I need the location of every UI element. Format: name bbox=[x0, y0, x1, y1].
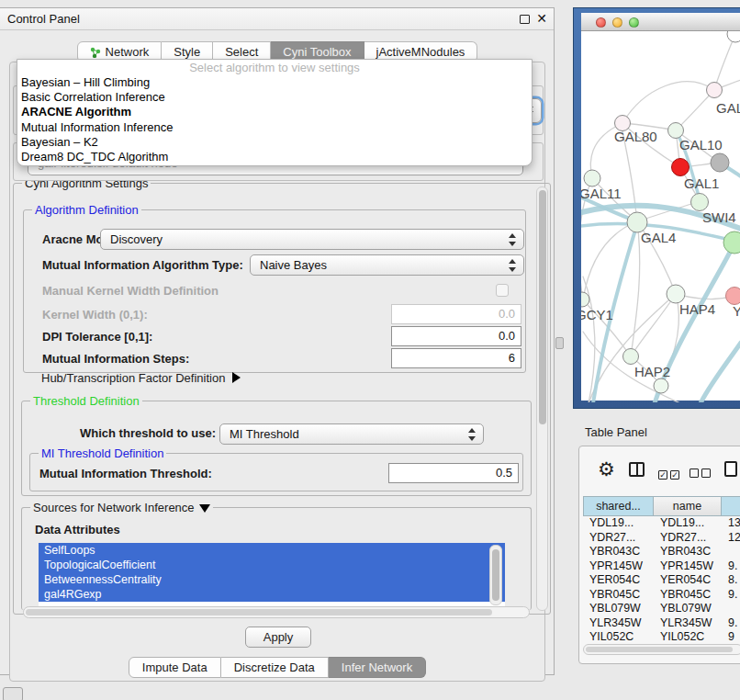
mi-type-label: Mutual Information Algorithm Type: bbox=[42, 258, 243, 272]
node-hap2[interactable] bbox=[623, 349, 639, 365]
table-row[interactable]: YDL19...YDL19...13 bbox=[583, 516, 740, 531]
table-cell: 9. bbox=[722, 616, 740, 631]
sources-title-label: Sources for Network Inference bbox=[33, 501, 195, 514]
algorithm-dropdown-popup: Select algorithm to view settings Bayesi… bbox=[17, 59, 533, 166]
table-cell: YBL079W bbox=[654, 602, 722, 616]
node-gal10[interactable] bbox=[668, 123, 684, 139]
table-cell: YER054C bbox=[654, 573, 722, 588]
table-cell: YDR27... bbox=[583, 531, 654, 546]
network-view-window[interactable]: GAL7GAL80GAL10GAL1GAL11SWI4GAL4GCY1HAP4Y… bbox=[573, 7, 740, 409]
mi-threshold-group: MI Threshold Definition Mutual Informati… bbox=[29, 453, 523, 491]
attribute-item-betweennesscentrality[interactable]: BetweennessCentrality bbox=[39, 572, 505, 587]
tool-panel-toggle-button[interactable] bbox=[3, 687, 23, 700]
float-window-icon[interactable] bbox=[520, 15, 530, 24]
node-y[interactable] bbox=[726, 288, 740, 305]
algorithm-option-aracne-algorithm[interactable]: ARACNE Algorithm bbox=[17, 105, 532, 119]
table-cell: YBR043C bbox=[583, 545, 654, 559]
table-row[interactable]: YPR145WYPR145W9. bbox=[583, 559, 740, 574]
panel-collapse-handle[interactable] bbox=[555, 337, 564, 349]
gear-icon[interactable]: ⚙ bbox=[598, 458, 615, 480]
select-columns-icon[interactable]: ✓✓ bbox=[658, 465, 682, 481]
algorithm-option-bayesian-hill-climbing[interactable]: Bayesian – Hill Climbing bbox=[17, 75, 532, 90]
attribute-item-topologicalcoefficient[interactable]: TopologicalCoefficient bbox=[39, 558, 505, 572]
gray-edge[interactable] bbox=[676, 90, 714, 130]
table-row[interactable]: YBL079WYBL079W bbox=[583, 602, 740, 616]
table-row[interactable]: YIL052CYIL052C9 bbox=[583, 630, 740, 645]
node-unlabeled[interactable] bbox=[723, 231, 740, 254]
gray-edge[interactable] bbox=[714, 34, 735, 90]
algorithm-option-basic-correlation-inference[interactable]: Basic Correlation Inference bbox=[17, 90, 532, 105]
combo-spinner-icon bbox=[509, 259, 517, 272]
node-gal1[interactable] bbox=[672, 159, 690, 176]
node-gcy1[interactable] bbox=[581, 292, 589, 307]
maximize-traffic-light-icon[interactable] bbox=[629, 17, 639, 28]
node-unlabeled[interactable] bbox=[727, 31, 740, 42]
attribute-item-gal4rgexp[interactable]: gal4RGexp bbox=[39, 587, 505, 602]
hub-definition-label: Hub/Transcription Factor Definition bbox=[41, 371, 225, 385]
mi-steps-input[interactable]: 6 bbox=[391, 348, 521, 368]
sources-title[interactable]: Sources for Network Inference bbox=[30, 501, 213, 514]
control-panel-title: Control Panel bbox=[7, 12, 80, 26]
which-threshold-combobox[interactable]: MI Threshold bbox=[219, 423, 484, 445]
close-icon[interactable]: ✕ bbox=[536, 11, 547, 26]
combo-spinner-icon bbox=[468, 428, 477, 441]
column-header-shared[interactable]: shared... bbox=[583, 496, 654, 516]
node-unlabeled[interactable] bbox=[654, 378, 668, 393]
data-attributes-list[interactable]: SelfLoopsTopologicalCoefficientBetweenne… bbox=[39, 543, 505, 607]
attributes-list-scrollbar-thumb[interactable] bbox=[492, 549, 499, 601]
table-horizontal-scrollbar-thumb[interactable] bbox=[586, 647, 733, 652]
column-header-a[interactable]: A bbox=[722, 496, 740, 516]
algorithm-option-dream8-dc-tdc-algorithm[interactable]: Dream8 DC_TDC Algorithm bbox=[17, 150, 532, 164]
columns-icon[interactable] bbox=[629, 462, 645, 477]
tab-discretize-data[interactable]: Discretize Data bbox=[221, 657, 329, 678]
deselect-columns-icon[interactable] bbox=[690, 465, 713, 481]
export-table-icon[interactable] bbox=[724, 461, 737, 477]
network-canvas[interactable]: GAL7GAL80GAL10GAL1GAL11SWI4GAL4GCY1HAP4Y… bbox=[581, 31, 740, 401]
control-panel-window: Control Panel ✕ galFiltered.sif default … bbox=[0, 7, 555, 675]
table-cell: YER054C bbox=[583, 573, 654, 588]
algorithm-option-mutual-information-inference[interactable]: Mutual Information Inference bbox=[17, 120, 532, 135]
table-cell: 13 bbox=[722, 516, 740, 531]
attributes-list-scrollbar[interactable] bbox=[489, 545, 502, 605]
mi-type-combobox[interactable]: Naive Bayes bbox=[250, 254, 524, 276]
settings-vertical-scrollbar-thumb[interactable] bbox=[539, 190, 546, 424]
settings-horizontal-scrollbar-thumb[interactable] bbox=[26, 609, 492, 615]
node-swi4[interactable] bbox=[691, 194, 709, 211]
settings-horizontal-scrollbar[interactable] bbox=[23, 606, 530, 618]
attribute-item-selfloops[interactable]: SelfLoops bbox=[39, 543, 505, 558]
table-row[interactable]: YBR045CYBR045C9. bbox=[583, 588, 740, 603]
cyni-bottom-tabs: Impute DataDiscretize DataInfer Network bbox=[0, 657, 555, 678]
hub-definition-toggle[interactable]: Hub/Transcription Factor Definition bbox=[41, 371, 241, 385]
table-row[interactable]: YDR27...YDR27...12 bbox=[583, 531, 740, 546]
table-horizontal-scrollbar[interactable] bbox=[583, 644, 740, 655]
gray-edge[interactable] bbox=[622, 82, 714, 123]
node-hap4[interactable] bbox=[667, 285, 685, 303]
gray-edge[interactable] bbox=[583, 221, 637, 299]
apply-button[interactable]: Apply bbox=[245, 627, 311, 648]
settings-vertical-scrollbar[interactable] bbox=[536, 186, 548, 611]
node-gal11[interactable] bbox=[584, 170, 600, 186]
node-gal7[interactable] bbox=[707, 83, 723, 98]
tab-infer-network[interactable]: Infer Network bbox=[329, 657, 426, 678]
tab-impute-data[interactable]: Impute Data bbox=[129, 657, 221, 678]
table-row[interactable]: YER054CYER054C8. bbox=[583, 573, 740, 588]
teal-edge[interactable] bbox=[701, 343, 740, 402]
manual-kernel-checkbox[interactable] bbox=[496, 284, 509, 297]
algorithm-option-bayesian-k2[interactable]: Bayesian – K2 bbox=[17, 135, 532, 150]
which-threshold-label: Which threshold to use: bbox=[80, 426, 216, 440]
table-cell: 9. bbox=[722, 559, 740, 574]
column-header-name[interactable]: name bbox=[654, 496, 722, 516]
dpi-tolerance-input[interactable]: 0.0 bbox=[391, 326, 521, 346]
close-traffic-light-icon[interactable] bbox=[596, 17, 606, 28]
node-unlabeled[interactable] bbox=[711, 153, 729, 172]
table-cell: YPR145W bbox=[654, 559, 722, 574]
minimize-traffic-light-icon[interactable] bbox=[612, 17, 622, 28]
mi-threshold-input[interactable]: 0.5 bbox=[388, 463, 519, 483]
aracne-mode-combobox[interactable]: Discovery bbox=[100, 229, 524, 250]
network-window-titlebar[interactable] bbox=[581, 13, 740, 31]
table-cell: YPR145W bbox=[583, 559, 654, 574]
node-label-gal11: GAL11 bbox=[581, 186, 622, 201]
table-cell: YBL079W bbox=[583, 602, 654, 616]
table-row[interactable]: YBR043CYBR043C bbox=[583, 545, 740, 559]
table-row[interactable]: YLR345WYLR345W9. bbox=[583, 616, 740, 631]
